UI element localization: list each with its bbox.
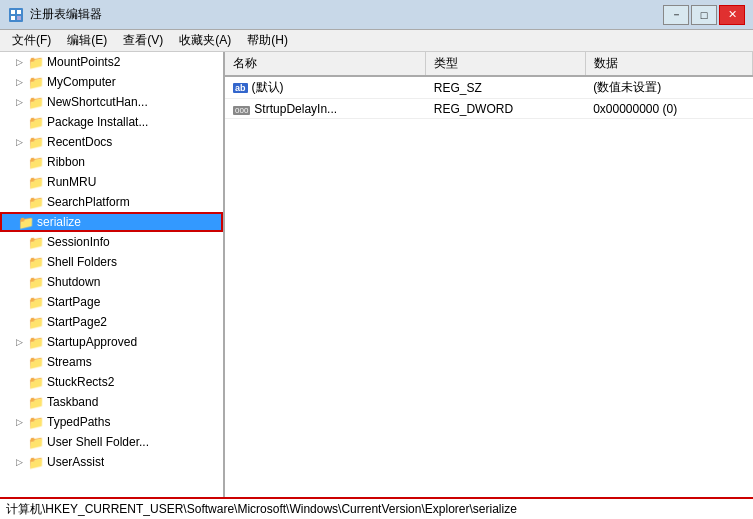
tree-item-recentdocs[interactable]: ▷ 📁 RecentDocs bbox=[0, 132, 223, 152]
tree-item-ribbon[interactable]: 📁 Ribbon bbox=[0, 152, 223, 172]
tree-item-streams[interactable]: 📁 Streams bbox=[0, 352, 223, 372]
tree-item-sessioninfo[interactable]: 📁 SessionInfo bbox=[0, 232, 223, 252]
title-bar-controls: － □ ✕ bbox=[663, 5, 745, 25]
tree-item-userassist[interactable]: ▷ 📁 UserAssist bbox=[0, 452, 223, 472]
tree-label: StartupApproved bbox=[47, 335, 137, 349]
tree-label: Taskband bbox=[47, 395, 98, 409]
tree-label: SearchPlatform bbox=[47, 195, 130, 209]
ab-icon: ab bbox=[233, 83, 248, 93]
expand-arrow: ▷ bbox=[16, 417, 28, 427]
tree-item-usershellfolder[interactable]: 📁 User Shell Folder... bbox=[0, 432, 223, 452]
svg-rect-2 bbox=[17, 10, 21, 14]
tree-item-startpage[interactable]: 📁 StartPage bbox=[0, 292, 223, 312]
folder-icon: 📁 bbox=[28, 355, 44, 369]
svg-rect-3 bbox=[11, 16, 15, 20]
tree-label: Streams bbox=[47, 355, 92, 369]
tree-item-mountpoints2[interactable]: ▷ 📁 MountPoints2 bbox=[0, 52, 223, 72]
folder-icon: 📁 bbox=[28, 395, 44, 409]
registry-data: (数值未设置) bbox=[585, 76, 752, 99]
restore-button[interactable]: □ bbox=[691, 5, 717, 25]
registry-name: 000StrtupDelayIn... bbox=[225, 99, 426, 119]
tree-label: StartPage2 bbox=[47, 315, 107, 329]
registry-name: ab(默认) bbox=[225, 76, 426, 99]
title-bar: 注册表编辑器 － □ ✕ bbox=[0, 0, 753, 30]
folder-icon: 📁 bbox=[28, 435, 44, 449]
folder-icon: 📁 bbox=[28, 175, 44, 189]
tree-item-stuckrects2[interactable]: 📁 StuckRects2 bbox=[0, 372, 223, 392]
menu-favorites[interactable]: 收藏夹(A) bbox=[171, 30, 239, 51]
folder-icon: 📁 bbox=[28, 195, 44, 209]
tree-item-newshortcuthan[interactable]: ▷ 📁 NewShortcutHan... bbox=[0, 92, 223, 112]
menu-help[interactable]: 帮助(H) bbox=[239, 30, 296, 51]
tree-label: SessionInfo bbox=[47, 235, 110, 249]
status-path: 计算机\HKEY_CURRENT_USER\Software\Microsoft… bbox=[6, 501, 517, 518]
folder-icon: 📁 bbox=[28, 75, 44, 89]
folder-icon: 📁 bbox=[28, 315, 44, 329]
tree-label: MyComputer bbox=[47, 75, 116, 89]
tree-label: TypedPaths bbox=[47, 415, 110, 429]
expand-arrow: ▷ bbox=[16, 137, 28, 147]
minimize-button[interactable]: － bbox=[663, 5, 689, 25]
tree-label: Shell Folders bbox=[47, 255, 117, 269]
folder-icon: 📁 bbox=[28, 415, 44, 429]
registry-table: 名称 类型 数据 ab(默认) REG_SZ (数值未设置) 000Strtup… bbox=[225, 52, 753, 119]
tree-item-shutdown[interactable]: 📁 Shutdown bbox=[0, 272, 223, 292]
folder-icon: 📁 bbox=[28, 95, 44, 109]
registry-type: REG_SZ bbox=[426, 76, 585, 99]
col-header-name: 名称 bbox=[225, 52, 426, 76]
tree-label: UserAssist bbox=[47, 455, 104, 469]
registry-icon bbox=[8, 7, 24, 23]
tree-label: Ribbon bbox=[47, 155, 85, 169]
svg-rect-1 bbox=[11, 10, 15, 14]
tree-item-typedpaths[interactable]: ▷ 📁 TypedPaths bbox=[0, 412, 223, 432]
main-content: ▷ 📁 MountPoints2 ▷ 📁 MyComputer ▷ 📁 NewS… bbox=[0, 52, 753, 497]
tree-label: StuckRects2 bbox=[47, 375, 114, 389]
registry-type: REG_DWORD bbox=[426, 99, 585, 119]
folder-icon: 📁 bbox=[28, 295, 44, 309]
folder-icon: 📁 bbox=[28, 455, 44, 469]
tree-item-packageinstallat[interactable]: 📁 Package Installat... bbox=[0, 112, 223, 132]
folder-icon: 📁 bbox=[28, 55, 44, 69]
folder-icon: 📁 bbox=[28, 255, 44, 269]
tree-item-runmru[interactable]: 📁 RunMRU bbox=[0, 172, 223, 192]
close-button[interactable]: ✕ bbox=[719, 5, 745, 25]
menu-view[interactable]: 查看(V) bbox=[115, 30, 171, 51]
tree-item-searchplatform[interactable]: 📁 SearchPlatform bbox=[0, 192, 223, 212]
tree-panel[interactable]: ▷ 📁 MountPoints2 ▷ 📁 MyComputer ▷ 📁 NewS… bbox=[0, 52, 225, 497]
col-header-type: 类型 bbox=[426, 52, 585, 76]
tree-item-serialize[interactable]: 📁 serialize bbox=[0, 212, 223, 232]
col-header-data: 数据 bbox=[585, 52, 752, 76]
menu-bar: 文件(F) 编辑(E) 查看(V) 收藏夹(A) 帮助(H) bbox=[0, 30, 753, 52]
title-bar-left: 注册表编辑器 bbox=[8, 6, 102, 23]
folder-icon: 📁 bbox=[28, 375, 44, 389]
folder-icon: 📁 bbox=[28, 135, 44, 149]
expand-arrow: ▷ bbox=[16, 77, 28, 87]
svg-rect-4 bbox=[17, 16, 21, 20]
folder-icon: 📁 bbox=[28, 275, 44, 289]
tree-label: MountPoints2 bbox=[47, 55, 120, 69]
expand-arrow: ▷ bbox=[16, 57, 28, 67]
tree-item-mycomputer[interactable]: ▷ 📁 MyComputer bbox=[0, 72, 223, 92]
tree-item-startpage2[interactable]: 📁 StartPage2 bbox=[0, 312, 223, 332]
tree-label: Package Installat... bbox=[47, 115, 148, 129]
tree-item-startupapproved[interactable]: ▷ 📁 StartupApproved bbox=[0, 332, 223, 352]
expand-arrow: ▷ bbox=[16, 457, 28, 467]
window-title: 注册表编辑器 bbox=[30, 6, 102, 23]
folder-icon: 📁 bbox=[28, 155, 44, 169]
tree-label: RunMRU bbox=[47, 175, 96, 189]
menu-edit[interactable]: 编辑(E) bbox=[59, 30, 115, 51]
folder-icon: 📁 bbox=[28, 115, 44, 129]
table-row[interactable]: ab(默认) REG_SZ (数值未设置) bbox=[225, 76, 753, 99]
table-row[interactable]: 000StrtupDelayIn... REG_DWORD 0x00000000… bbox=[225, 99, 753, 119]
tree-label: User Shell Folder... bbox=[47, 435, 149, 449]
folder-icon: 📁 bbox=[28, 335, 44, 349]
tree-label: serialize bbox=[37, 215, 81, 229]
right-panel: 名称 类型 数据 ab(默认) REG_SZ (数值未设置) 000Strtup… bbox=[225, 52, 753, 497]
tree-label: Shutdown bbox=[47, 275, 100, 289]
tree-item-shellfolders[interactable]: 📁 Shell Folders bbox=[0, 252, 223, 272]
menu-file[interactable]: 文件(F) bbox=[4, 30, 59, 51]
tree-label: RecentDocs bbox=[47, 135, 112, 149]
registry-data: 0x00000000 (0) bbox=[585, 99, 752, 119]
tree-label: NewShortcutHan... bbox=[47, 95, 148, 109]
tree-item-taskband[interactable]: 📁 Taskband bbox=[0, 392, 223, 412]
